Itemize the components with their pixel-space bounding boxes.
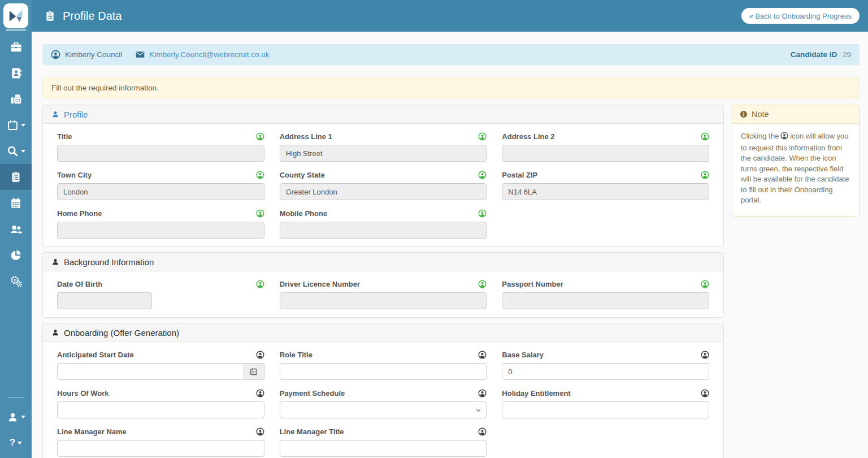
passport-number-input	[502, 292, 709, 309]
candidate-info-bar: Kimberly Council Kimberly.Council@webrec…	[42, 44, 860, 65]
request-info-icon[interactable]	[478, 427, 487, 436]
request-info-icon[interactable]	[256, 389, 264, 397]
town-city-input	[57, 183, 264, 200]
request-info-icon[interactable]	[256, 427, 264, 436]
home-phone-input	[57, 222, 264, 239]
background-panel-header: Background Information	[43, 253, 723, 271]
user-icon	[51, 258, 59, 266]
sidebar-item-schedule[interactable]	[0, 112, 32, 138]
pie-chart-icon	[10, 249, 22, 261]
payment-schedule-select[interactable]	[280, 401, 487, 418]
field-label: Mobile Phone	[280, 209, 328, 218]
onboarding-panel: Onboarding (Offer Generation) Anticipate…	[42, 323, 724, 458]
line-manager-name-input[interactable]	[57, 440, 264, 457]
note-text-after: icon will allow you to request this info…	[741, 132, 849, 204]
field-date-of-birth: Date Of Birth	[57, 280, 264, 309]
sidebar-item-jobs[interactable]	[0, 34, 32, 60]
field-mobile-phone: Mobile Phone	[280, 209, 487, 239]
request-info-icon[interactable]	[256, 132, 264, 141]
field-driver-licence-number: Driver Licence Number	[280, 280, 487, 309]
sidebar-item-search[interactable]	[0, 138, 32, 164]
field-label: Driver Licence Number	[280, 280, 360, 288]
request-info-icon[interactable]	[478, 209, 487, 218]
back-to-onboarding-button[interactable]: « Back to Onboarding Progress	[741, 8, 860, 24]
search-icon	[6, 145, 19, 157]
sidebar-item-help[interactable]: ?	[0, 430, 32, 456]
driver-licence-number-input	[280, 292, 487, 309]
request-info-icon[interactable]	[701, 351, 709, 359]
request-info-icon[interactable]	[256, 171, 264, 179]
candidate-email-link[interactable]: Kimberly.Council@webrecruit.co.uk	[149, 50, 269, 59]
page-title: Profile Data	[63, 10, 122, 23]
field-label: Postal ZIP	[502, 171, 537, 179]
user-icon	[7, 411, 19, 423]
user-icon	[51, 110, 59, 118]
calendar-dropdown-icon	[7, 119, 19, 131]
candidate-name: Kimberly Council	[65, 50, 122, 59]
role-title-input[interactable]	[280, 363, 487, 380]
line-manager-title-input[interactable]	[280, 440, 487, 457]
request-info-icon[interactable]	[478, 389, 487, 397]
logo-divider	[6, 29, 26, 31]
field-label: County State	[280, 171, 325, 179]
date-picker-button[interactable]	[244, 363, 264, 380]
clipboard-icon	[10, 171, 22, 183]
chevron-down-icon	[21, 124, 25, 127]
envelope-icon	[136, 51, 145, 58]
request-info-icon[interactable]	[256, 280, 264, 288]
request-info-icon[interactable]	[701, 280, 709, 288]
app-logo[interactable]	[3, 3, 28, 28]
postal-zip-input	[502, 183, 709, 200]
user-circle-icon	[51, 50, 60, 59]
sidebar-item-account[interactable]	[0, 404, 32, 430]
sidebar-item-users[interactable]	[0, 216, 32, 242]
field-label: Hours Of Work	[57, 389, 109, 397]
main-content: Kimberly Council Kimberly.Council@webrec…	[32, 32, 868, 458]
note-panel: Note Clicking theicon will allow you to …	[732, 105, 860, 217]
profile-panel: Profile Title Addres	[42, 105, 724, 247]
request-info-icon[interactable]	[701, 389, 709, 397]
gears-icon	[10, 275, 23, 288]
field-anticipated-start-date: Anticipated Start Date	[57, 351, 264, 380]
sidebar-item-fax[interactable]	[0, 86, 32, 112]
base-salary-input[interactable]	[502, 363, 709, 380]
chevron-down-icon	[21, 416, 25, 418]
request-info-icon[interactable]	[478, 280, 487, 288]
address-line-2-input	[502, 145, 709, 162]
sidebar-divider	[7, 397, 24, 398]
user-circle-icon	[780, 132, 788, 143]
profile-panel-title: Profile	[64, 110, 88, 119]
user-icon	[51, 329, 59, 336]
field-line-manager-name: Line Manager Name	[57, 427, 264, 457]
field-label: Address Line 2	[502, 132, 554, 141]
sidebar-item-contacts[interactable]	[0, 60, 32, 86]
field-label: Line Manager Name	[57, 427, 127, 436]
address-book-icon	[10, 67, 23, 80]
briefcase-icon	[10, 41, 23, 54]
request-info-icon[interactable]	[478, 171, 487, 179]
request-info-icon[interactable]	[478, 132, 487, 141]
holiday-entitlement-input[interactable]	[502, 401, 709, 418]
candidate-id-value: 29	[843, 50, 851, 59]
note-panel-header: Note	[732, 105, 859, 124]
clipboard-icon	[44, 10, 56, 22]
field-label: Date Of Birth	[57, 280, 102, 288]
background-panel-title: Background Information	[64, 257, 154, 267]
request-info-icon[interactable]	[256, 209, 264, 218]
field-label: Holiday Entitlement	[502, 389, 570, 397]
sidebar-item-calendar[interactable]	[0, 190, 32, 216]
request-info-icon[interactable]	[478, 351, 487, 359]
sidebar-item-reports[interactable]	[0, 242, 32, 268]
chevron-down-icon	[18, 442, 22, 444]
anticipated-start-date-input[interactable]	[57, 363, 244, 380]
sidebar-item-settings[interactable]	[0, 268, 32, 294]
sidebar-item-profile-data[interactable]	[0, 164, 32, 190]
field-label: Town City	[57, 171, 92, 179]
request-info-icon[interactable]	[701, 132, 709, 141]
field-label: Base Salary	[502, 351, 544, 359]
field-label: Title	[57, 132, 72, 141]
field-label: Address Line 1	[280, 132, 332, 141]
request-info-icon[interactable]	[701, 171, 709, 179]
request-info-icon[interactable]	[256, 351, 264, 359]
hours-of-work-input[interactable]	[57, 401, 264, 418]
